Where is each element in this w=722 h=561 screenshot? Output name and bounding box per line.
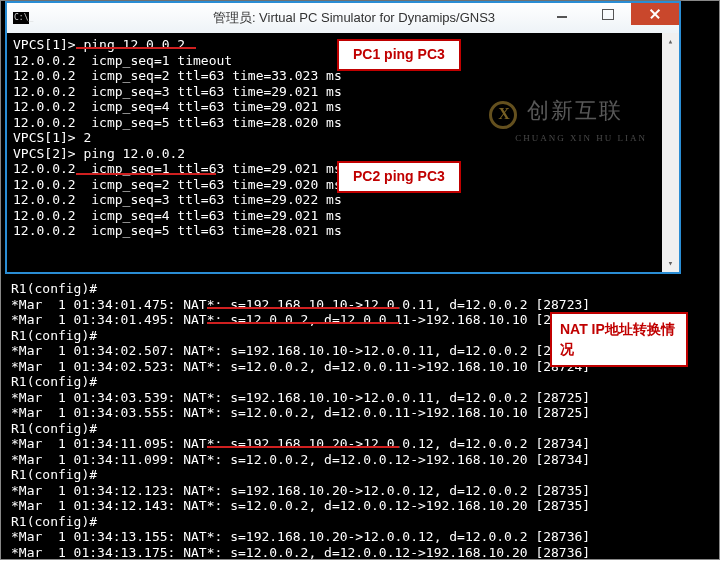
terminal-line: 12.0.0.2 icmp_seq=4 ttl=63 time=29.021 m…	[13, 208, 673, 224]
terminal-line: *Mar 1 01:34:11.099: NAT*: s=12.0.0.2, d…	[11, 452, 709, 468]
terminal-line: 12.0.0.2 icmp_seq=4 ttl=63 time=29.021 m…	[13, 99, 673, 115]
outer-terminal: 管理员: Virtual PC Simulator for Dynamips/G…	[0, 0, 720, 560]
close-button[interactable]	[631, 3, 679, 25]
router-terminal-body[interactable]: R1(config)#*Mar 1 01:34:01.475: NAT*: s=…	[5, 277, 715, 560]
callout-nat: NAT IP地址转换情况	[550, 312, 688, 367]
underline-annotation	[207, 307, 399, 309]
vpcs-terminal-body[interactable]: VPCS[1]> ping 12.0.0.212.0.0.2 icmp_seq=…	[7, 33, 679, 272]
maximize-button[interactable]	[585, 3, 631, 25]
scroll-up-icon[interactable]: ▴	[662, 33, 679, 50]
terminal-line: *Mar 1 01:34:13.175: NAT*: s=12.0.0.2, d…	[11, 545, 709, 561]
terminal-line: *Mar 1 01:34:13.155: NAT*: s=192.168.10.…	[11, 529, 709, 545]
terminal-line: *Mar 1 01:34:03.539: NAT*: s=192.168.10.…	[11, 390, 709, 406]
terminal-line: *Mar 1 01:34:12.143: NAT*: s=12.0.0.2, d…	[11, 498, 709, 514]
terminal-line: R1(config)#	[11, 281, 709, 297]
vpcs-window: 管理员: Virtual PC Simulator for Dynamips/G…	[5, 1, 681, 274]
minimize-button[interactable]	[539, 3, 585, 25]
terminal-line: *Mar 1 01:34:11.095: NAT*: s=192.168.10.…	[11, 436, 709, 452]
terminal-line: R1(config)#	[11, 374, 709, 390]
window-controls	[539, 3, 679, 25]
terminal-line: VPCS[2]> ping 12.0.0.2	[13, 146, 673, 162]
terminal-line: 12.0.0.2 icmp_seq=5 ttl=63 time=28.021 m…	[13, 223, 673, 239]
terminal-line: 12.0.0.2 icmp_seq=3 ttl=63 time=29.022 m…	[13, 192, 673, 208]
scroll-down-icon[interactable]: ▾	[662, 255, 679, 272]
terminal-line: 12.0.0.2 icmp_seq=3 ttl=63 time=29.021 m…	[13, 84, 673, 100]
terminal-line: 12.0.0.2 icmp_seq=5 ttl=63 time=28.020 m…	[13, 115, 673, 131]
underline-annotation	[76, 173, 216, 175]
underline-annotation	[76, 47, 196, 49]
cmd-icon	[13, 12, 29, 24]
terminal-line: R1(config)#	[11, 467, 709, 483]
terminal-line: R1(config)#	[11, 421, 709, 437]
underline-annotation	[207, 446, 399, 448]
underline-annotation	[207, 322, 399, 324]
callout-pc2: PC2 ping PC3	[337, 161, 461, 193]
terminal-line: *Mar 1 01:34:03.555: NAT*: s=12.0.0.2, d…	[11, 405, 709, 421]
titlebar[interactable]: 管理员: Virtual PC Simulator for Dynamips/G…	[7, 3, 679, 33]
terminal-line: *Mar 1 01:34:12.123: NAT*: s=192.168.10.…	[11, 483, 709, 499]
callout-pc1: PC1 ping PC3	[337, 39, 461, 71]
terminal-line: VPCS[1]> 2	[13, 130, 673, 146]
scrollbar[interactable]: ▴ ▾	[662, 33, 679, 272]
scroll-track[interactable]	[662, 50, 679, 255]
terminal-line: *Mar 1 01:34:01.475: NAT*: s=192.168.10.…	[11, 297, 709, 313]
terminal-line: R1(config)#	[11, 514, 709, 530]
